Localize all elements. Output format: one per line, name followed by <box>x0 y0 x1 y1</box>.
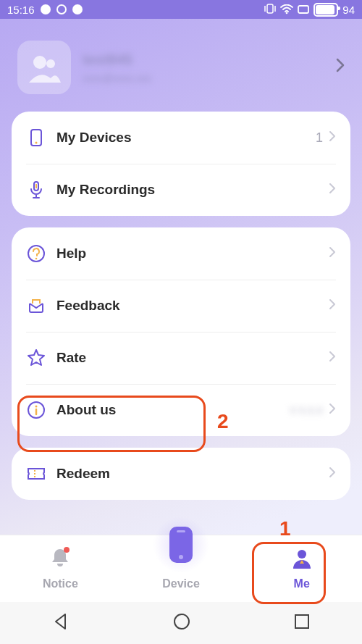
row-label: My Devices <box>56 130 132 146</box>
status-time: 15:16 <box>7 4 35 16</box>
tab-label: Me <box>294 577 310 590</box>
tab-notice[interactable]: Notice <box>0 535 121 602</box>
row-label: About us <box>56 402 116 418</box>
row-label: Rate <box>56 350 86 366</box>
ticket-icon <box>26 464 46 484</box>
notification-dot-icon <box>41 4 51 14</box>
svg-point-4 <box>46 59 55 68</box>
star-icon <box>26 348 46 368</box>
annotation-number-1: 1 <box>279 517 291 540</box>
tab-bar: Notice Device Me <box>0 535 362 602</box>
row-redeem[interactable]: Redeem <box>12 448 350 500</box>
card-support: Help Feedback Rate A <box>12 227 350 436</box>
device-bubble-icon <box>153 517 209 573</box>
row-my-recordings[interactable]: My Recordings <box>12 164 350 216</box>
row-feedback[interactable]: Feedback <box>12 280 350 332</box>
svg-rect-2 <box>298 6 308 13</box>
status-rect-icon <box>298 5 309 14</box>
status-bar: 15:16 94 <box>0 0 362 19</box>
annotation-number-2: 2 <box>217 410 229 433</box>
home-button[interactable] <box>172 612 191 634</box>
svg-point-17 <box>174 614 189 629</box>
chevron-right-icon <box>329 130 336 145</box>
status-person-icon <box>72 4 83 14</box>
row-label: Help <box>56 246 86 262</box>
chevron-right-icon <box>329 351 336 365</box>
svg-point-12 <box>35 406 38 408</box>
row-rate[interactable]: Rate <box>12 332 350 384</box>
status-circle-icon <box>56 4 67 14</box>
battery-level: 94 <box>342 4 355 16</box>
row-help[interactable]: Help <box>12 227 350 280</box>
profile-header[interactable]: test845 xxxx@xxxx.xxx <box>0 19 362 112</box>
phone-icon <box>169 527 193 563</box>
row-label: My Recordings <box>56 182 155 198</box>
devices-icon <box>26 127 46 148</box>
chevron-right-icon <box>329 183 336 197</box>
wifi-icon <box>280 4 293 14</box>
vibrate-icon <box>264 4 276 16</box>
svg-rect-0 <box>267 4 273 13</box>
profile-name: test845 <box>83 51 336 68</box>
chevron-right-icon <box>329 467 336 481</box>
row-label: Feedback <box>56 298 120 314</box>
avatar <box>17 41 71 94</box>
card-redeem: Redeem <box>12 448 350 500</box>
chevron-right-icon <box>329 403 336 417</box>
svg-point-3 <box>33 56 46 69</box>
help-icon <box>26 243 46 264</box>
feedback-icon <box>26 296 46 316</box>
info-icon <box>26 400 46 420</box>
devices-count: 1 <box>316 130 323 146</box>
chevron-right-icon <box>336 58 345 77</box>
bell-icon <box>48 545 72 573</box>
chevron-right-icon <box>329 246 336 261</box>
row-about-us[interactable]: About us v x.x.x <box>12 384 350 436</box>
tab-me[interactable]: Me <box>241 535 362 602</box>
microphone-icon <box>26 180 46 200</box>
person-icon <box>290 547 313 573</box>
svg-point-10 <box>35 258 38 260</box>
svg-point-1 <box>286 12 288 14</box>
row-my-devices[interactable]: My Devices 1 <box>12 112 350 164</box>
recent-button[interactable] <box>293 613 311 633</box>
svg-rect-18 <box>295 615 308 628</box>
card-devices-recordings: My Devices 1 My Recordings <box>12 112 350 216</box>
battery-icon <box>313 3 338 17</box>
row-label: Redeem <box>56 466 110 482</box>
chevron-right-icon <box>329 298 336 313</box>
system-nav-bar <box>0 602 362 644</box>
svg-point-16 <box>298 550 306 559</box>
tab-label: Notice <box>43 577 78 590</box>
svg-point-15 <box>64 547 70 553</box>
svg-point-6 <box>35 142 38 144</box>
about-version: v x.x.x <box>290 403 323 417</box>
back-button[interactable] <box>51 612 70 634</box>
tab-label: Device <box>162 577 200 590</box>
tab-device[interactable]: Device <box>121 535 242 602</box>
profile-email: xxxx@xxxx.xxx <box>83 72 336 84</box>
